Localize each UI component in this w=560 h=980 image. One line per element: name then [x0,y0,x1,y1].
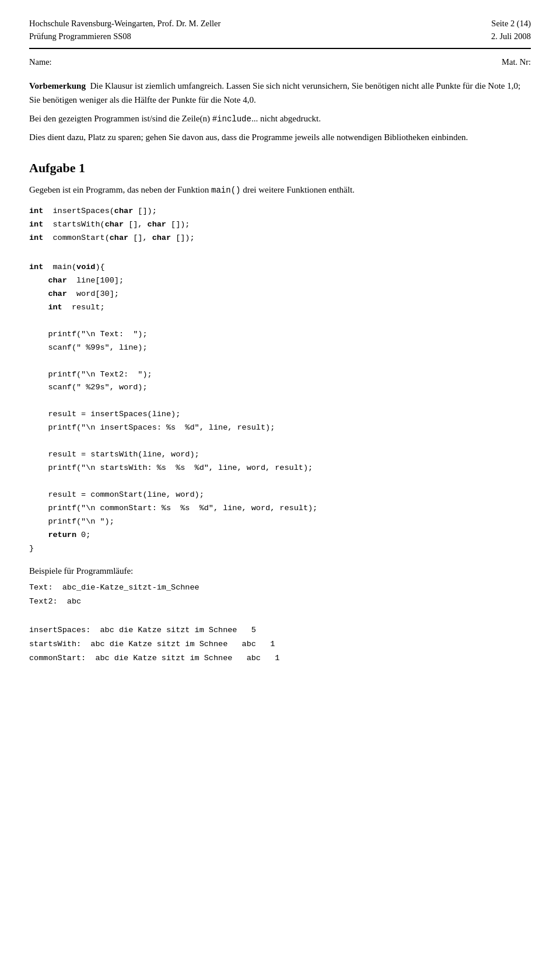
vorbemerkung-title: Vorbemerkung [29,81,86,90]
name-label: Name: [29,57,52,67]
exam-date: 2. Juli 2008 [491,30,531,43]
vorbemerkung-text2: Bei den gezeigten Programmen ist/sind di… [29,111,531,125]
vorbemerkung-text1: Vorbemerkung Die Klausur ist ziemlich um… [29,79,531,107]
header-right: Seite 2 (14) 2. Juli 2008 [491,18,531,43]
institution-name: Hochschule Ravensburg-Weingarten, Prof. … [29,18,220,30]
main-function-code: int main(void){ char line[100]; char wor… [29,247,531,556]
include-code: #include [212,114,251,124]
vorbemerkung-section: Vorbemerkung Die Klausur ist ziemlich um… [29,79,531,144]
name-row: Name: Mat. Nr: [29,55,531,67]
example-output: Text: abc_die-Katze_sitzt-im_Schnee Text… [29,581,531,666]
aufgabe1-title: Aufgabe 1 [29,161,531,176]
header-left: Hochschule Ravensburg-Weingarten, Prof. … [29,18,220,43]
page-number: Seite 2 (14) [491,18,531,30]
aufgabe1-section: Aufgabe 1 Gegeben ist ein Programm, das … [29,161,531,666]
vorbemerkung-text3: Dies dient dazu, Platz zu sparen; gehen … [29,130,531,144]
function-signatures: int insertSpaces(char []); int startsWit… [29,205,531,245]
course-name: Prüfung Programmieren SS08 [29,30,220,43]
aufgabe1-description: Gegeben ist ein Programm, das neben der … [29,183,531,197]
matnr-label: Mat. Nr: [502,57,531,67]
main-func-ref: main() [211,186,240,195]
page-header: Hochschule Ravensburg-Weingarten, Prof. … [29,18,531,49]
vorbemerkung-body1: Die Klausur ist ziemlich umfangreich. La… [29,81,520,104]
beispiele-label: Beispiele für Programmläufe: [29,566,531,576]
